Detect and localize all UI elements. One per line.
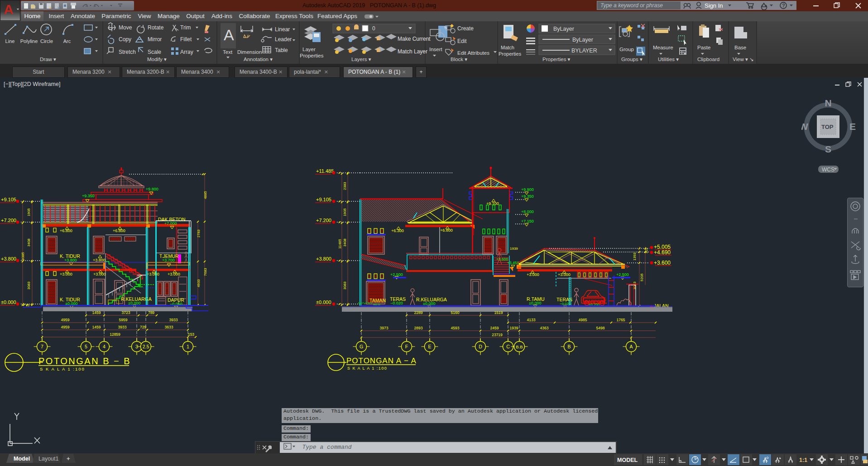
svg-text:+11.485: +11.485 <box>316 168 334 174</box>
svg-text:+9.105: +9.105 <box>1 197 16 202</box>
svg-text:Properties: Properties <box>499 51 522 57</box>
svg-text:Trim: Trim <box>180 24 191 31</box>
svg-text:Insert: Insert <box>429 47 443 52</box>
svg-text:1:1: 1:1 <box>799 457 807 463</box>
svg-text:4959: 4959 <box>61 318 70 322</box>
svg-text:3083: 3083 <box>27 281 31 290</box>
svg-text:Mirror: Mirror <box>148 36 162 43</box>
svg-text:E: E <box>428 344 431 349</box>
svg-text:Polyline: Polyline <box>20 38 38 44</box>
svg-text:+4.690: +4.690 <box>654 249 671 256</box>
svg-text:Table: Table <box>275 47 288 53</box>
svg-text:789: 789 <box>148 310 154 315</box>
svg-text:1939: 1939 <box>510 326 518 330</box>
svg-text:+9.800: +9.800 <box>146 187 158 191</box>
svg-text:+3.800: +3.800 <box>316 256 331 262</box>
svg-text:5: 5 <box>85 344 87 349</box>
svg-text:POTONGAN B − B: POTONGAN B − B <box>38 356 131 366</box>
svg-text:S: S <box>825 144 831 154</box>
svg-text:S K A L A 1 :100: S K A L A 1 :100 <box>347 366 387 371</box>
svg-text:+: + <box>67 455 70 462</box>
svg-text:+9.350: +9.350 <box>521 194 534 199</box>
svg-text:A: A <box>629 344 633 349</box>
svg-text:Match: Match <box>501 45 514 50</box>
svg-text:Modify ▾: Modify ▾ <box>147 57 167 62</box>
svg-text:+2.500: +2.500 <box>616 272 629 277</box>
svg-text:Arc: Arc <box>63 38 71 44</box>
svg-text:+3.700: +3.700 <box>162 258 175 262</box>
svg-text:1905: 1905 <box>27 208 31 216</box>
svg-text:C: C <box>506 344 510 349</box>
svg-text:N: N <box>825 98 831 108</box>
svg-text:Block ▾: Block ▾ <box>451 57 467 62</box>
svg-text:5498: 5498 <box>596 326 605 330</box>
svg-text:Properties ▾: Properties ▾ <box>542 57 571 62</box>
svg-text:Rotate: Rotate <box>148 24 164 31</box>
svg-text:2289: 2289 <box>414 310 423 315</box>
svg-text:View ▾ ↘: View ▾ ↘ <box>733 57 754 62</box>
svg-text:MODEL: MODEL <box>617 457 638 463</box>
svg-text:Create: Create <box>457 25 474 32</box>
svg-text:5959: 5959 <box>119 318 128 322</box>
svg-text:+7.200: +7.200 <box>316 218 331 223</box>
svg-text:+9.900: +9.900 <box>521 187 534 192</box>
svg-text:Layout1: Layout1 <box>38 456 59 462</box>
svg-text:4593: 4593 <box>451 326 460 330</box>
svg-text:+7.000: +7.000 <box>164 221 177 226</box>
svg-text:Layers ▾: Layers ▾ <box>351 57 371 62</box>
svg-text:+3.600: +3.600 <box>654 260 671 266</box>
svg-text:Scale: Scale <box>148 49 161 55</box>
svg-text:1939: 1939 <box>510 247 518 251</box>
svg-text:A: A <box>4 2 14 17</box>
svg-text:B.B: B.B <box>516 344 523 349</box>
svg-text:4985: 4985 <box>579 318 587 322</box>
svg-text:Move: Move <box>119 24 132 31</box>
svg-text:5160: 5160 <box>451 310 460 315</box>
svg-text:3973: 3973 <box>380 326 388 330</box>
svg-text:0: 0 <box>372 25 375 32</box>
svg-text:+9.350: +9.350 <box>82 194 95 198</box>
svg-text:+9.105: +9.105 <box>316 197 331 202</box>
svg-text:1519: 1519 <box>494 310 503 315</box>
svg-text:1393: 1393 <box>633 252 637 261</box>
svg-text:F: F <box>405 344 408 349</box>
svg-text:3933: 3933 <box>118 325 127 329</box>
svg-text:11485: 11485 <box>338 239 342 249</box>
svg-text:WCS: WCS <box>822 166 834 173</box>
svg-text:Group: Group <box>619 47 634 52</box>
svg-text:Linear: Linear <box>275 26 290 33</box>
svg-text:Stretch: Stretch <box>119 49 136 55</box>
svg-text:1: 1 <box>187 344 189 349</box>
svg-text:±0.000: ±0.000 <box>316 300 331 305</box>
svg-text:2383: 2383 <box>343 182 347 190</box>
svg-text:2893: 2893 <box>414 326 423 330</box>
svg-text:Sign In: Sign In <box>705 2 723 9</box>
svg-text:±0.000: ±0.000 <box>1 300 16 305</box>
svg-text:Edit Attributes: Edit Attributes <box>457 50 489 56</box>
svg-text:Line: Line <box>5 38 15 44</box>
svg-text:3723: 3723 <box>122 310 130 315</box>
svg-text:+7.150: +7.150 <box>521 219 534 223</box>
svg-text:TOP: TOP <box>821 124 834 130</box>
svg-text:Text: Text <box>223 49 233 55</box>
svg-text:Model: Model <box>14 456 30 462</box>
svg-text:E: E <box>849 121 856 132</box>
svg-text:3933: 3933 <box>169 318 178 322</box>
svg-text:Dimension: Dimension <box>237 49 262 55</box>
svg-text:Base: Base <box>734 45 746 50</box>
svg-text:5205: 5205 <box>640 273 644 281</box>
svg-text:Clipboard: Clipboard <box>697 57 719 62</box>
svg-text:G: G <box>360 344 363 349</box>
svg-text:7: 7 <box>41 344 43 349</box>
svg-text:1459: 1459 <box>92 325 101 329</box>
svg-text:Copy: Copy <box>119 36 131 43</box>
svg-text:1765: 1765 <box>617 318 625 322</box>
svg-text:+3.800: +3.800 <box>1 256 16 262</box>
svg-text:ByLayer: ByLayer <box>553 26 574 32</box>
svg-text:Circle: Circle <box>40 38 53 44</box>
svg-text:3083: 3083 <box>633 281 637 290</box>
svg-text:Leader: Leader <box>275 36 292 43</box>
svg-text:12859: 12859 <box>110 332 120 337</box>
svg-text:4133: 4133 <box>527 318 536 322</box>
svg-text:4: 4 <box>103 344 106 349</box>
